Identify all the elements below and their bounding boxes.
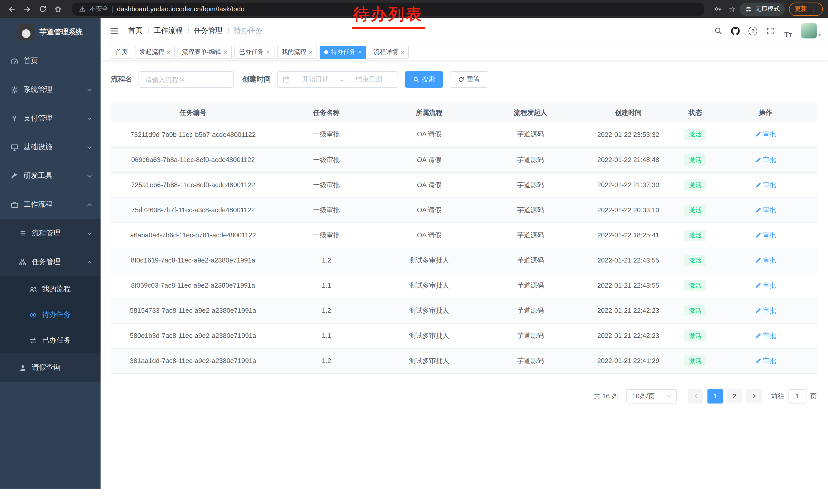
breadcrumb-separator: / — [227, 27, 229, 35]
approve-link[interactable]: 审批 — [755, 306, 776, 315]
reload-button[interactable] — [36, 2, 49, 16]
sidebar-item-devtools[interactable]: 研发工具 — [0, 162, 100, 190]
cell-task-id: 381aa1dd-7ac8-11ec-a9e2-a2380e71991a — [111, 348, 275, 373]
goto-page-input[interactable] — [788, 389, 806, 403]
breadcrumb: 首页 / 工作流程 / 任务管理 / 待办任务 — [128, 26, 262, 35]
cell-created: 2022-01-22 18:25:41 — [580, 223, 676, 248]
status-badge: 激活 — [685, 154, 706, 165]
cell-process: OA 请假 — [378, 147, 481, 172]
sidebar-item-payment[interactable]: ¥ 支付管理 — [0, 104, 100, 133]
chevron-up-icon — [87, 259, 92, 265]
logo-avatar — [18, 24, 34, 41]
page-size-select[interactable]: 10条/页 — [626, 389, 677, 403]
update-button[interactable]: 更新 ⋮ — [789, 2, 823, 16]
page-button-2[interactable]: 2 — [727, 389, 742, 403]
address-bar[interactable]: 不安全 dashboard.yudao.iocoder.cn/bpm/task/… — [72, 2, 704, 16]
prev-page-button[interactable] — [688, 389, 703, 403]
cell-task-name: 1.2 — [275, 298, 378, 323]
table-header-row: 任务编号 任务名称 所属流程 流程发起人 创建时间 状态 操作 — [111, 103, 817, 122]
todo-task-table: 任务编号 任务名称 所属流程 流程发起人 创建时间 状态 操作 73211d9d… — [111, 103, 817, 373]
approve-link[interactable]: 审批 — [755, 180, 776, 189]
next-page-button[interactable] — [746, 389, 762, 403]
breadcrumb-separator: / — [147, 27, 149, 35]
cell-created: 2022-01-21 22:43:55 — [580, 248, 676, 273]
list-icon — [18, 229, 27, 237]
close-icon[interactable]: × — [358, 49, 362, 55]
approve-link[interactable]: 审批 — [755, 356, 776, 365]
cell-process: 测试多审批人 — [378, 348, 481, 373]
sidebar-item-todo-tasks[interactable]: 待办任务 — [0, 302, 100, 328]
tab-home[interactable]: 首页 — [111, 45, 132, 59]
cell-task-name: 一级审批 — [275, 147, 378, 172]
sidebar-item-task-mgmt[interactable]: 任务管理 — [0, 248, 100, 276]
github-icon[interactable] — [729, 24, 743, 38]
screen: 不安全 dashboard.yudao.iocoder.cn/bpm/task/… — [0, 0, 828, 504]
sidebar-item-home[interactable]: 首页 — [0, 47, 100, 75]
cell-task-id: 73211d9d-7b9b-11ec-b5b7-acde48001122 — [111, 122, 275, 147]
approve-link[interactable]: 审批 — [755, 155, 776, 164]
user-menu[interactable]: ▾ — [801, 23, 821, 39]
caret-down-icon: ▾ — [818, 32, 821, 39]
breadcrumb-workflow[interactable]: 工作流程 — [154, 26, 182, 35]
chevron-down-icon — [87, 230, 92, 236]
cell-actions: 审批 — [714, 147, 817, 172]
reset-button[interactable]: 重置 — [450, 71, 488, 88]
bookmark-star-icon[interactable]: ☆ — [729, 4, 736, 13]
approve-link[interactable]: 审批 — [755, 256, 776, 265]
tab-done-tasks[interactable]: 已办任务 × — [235, 45, 275, 59]
sidebar-item-infrastructure[interactable]: 基础设施 — [0, 133, 100, 162]
tab-form-edit[interactable]: 流程表单-编辑 × — [177, 45, 232, 59]
page-button-1[interactable]: 1 — [707, 389, 723, 403]
tab-my-process[interactable]: 我的流程 × — [277, 45, 317, 59]
home-button[interactable] — [51, 2, 65, 16]
approve-link[interactable]: 审批 — [755, 281, 776, 290]
close-icon[interactable]: × — [167, 49, 170, 55]
approve-link[interactable]: 审批 — [755, 205, 776, 215]
close-icon[interactable]: × — [309, 49, 313, 55]
back-button[interactable] — [5, 2, 18, 16]
date-range-picker[interactable]: 开始日期 - 结束日期 — [277, 71, 398, 88]
search-icon[interactable] — [711, 24, 726, 38]
cell-initiator: 芋道源码 — [481, 273, 580, 298]
wrench-icon — [10, 172, 18, 180]
logo[interactable]: 芋道管理系统 — [0, 18, 100, 47]
sidebar-item-leave-query[interactable]: 请假查询 — [0, 353, 100, 382]
sidebar-item-process-mgmt[interactable]: 流程管理 — [0, 219, 100, 248]
incognito-label: 无痕模式 — [755, 5, 780, 13]
close-icon[interactable]: × — [224, 49, 227, 55]
sidebar-item-my-process[interactable]: 我的流程 — [0, 276, 100, 302]
approve-link[interactable]: 审批 — [755, 230, 776, 240]
browser-toolbar: 不安全 dashboard.yudao.iocoder.cn/bpm/task/… — [0, 0, 828, 18]
sidebar-item-workflow[interactable]: 工作流程 — [0, 190, 100, 219]
tab-start-process[interactable]: 发起流程 × — [135, 45, 175, 59]
fullscreen-icon[interactable] — [763, 24, 778, 38]
close-icon[interactable]: × — [266, 49, 270, 55]
cell-initiator: 芋道源码 — [481, 248, 580, 273]
breadcrumb-task-mgmt[interactable]: 任务管理 — [194, 26, 223, 35]
key-icon[interactable] — [711, 2, 724, 16]
page-content: 流程名 创建时间 开始日期 - 结束日期 搜索 — [100, 61, 828, 489]
approve-link[interactable]: 审批 — [755, 130, 776, 139]
tab-todo-tasks[interactable]: 待办任务 × — [320, 45, 366, 59]
chevron-down-icon — [87, 173, 92, 179]
cell-process: 测试多审批人 — [378, 298, 481, 323]
cell-initiator: 芋道源码 — [481, 298, 580, 323]
cell-task-name: 1.2 — [275, 348, 378, 373]
close-icon[interactable]: × — [401, 49, 404, 55]
search-button[interactable]: 搜索 — [405, 71, 443, 88]
font-size-icon[interactable]: TT — [781, 24, 795, 38]
approve-link[interactable]: 审批 — [755, 331, 776, 340]
sidebar-item-system[interactable]: 系统管理 — [0, 75, 100, 104]
sidebar-item-done-tasks[interactable]: 已办任务 — [0, 328, 100, 353]
cell-process: 测试多审批人 — [378, 323, 481, 348]
user-icon — [18, 364, 27, 372]
avatar[interactable] — [801, 23, 817, 39]
tab-process-detail[interactable]: 流程详情 × — [369, 45, 409, 59]
sidebar-toggle-icon[interactable] — [107, 24, 121, 38]
help-icon[interactable]: ? — [746, 24, 760, 38]
forward-button[interactable] — [20, 2, 34, 16]
breadcrumb-home[interactable]: 首页 — [128, 26, 142, 35]
browser-menu-icon[interactable]: ⋮ — [811, 5, 817, 13]
process-name-input[interactable] — [138, 71, 234, 88]
cell-status: 激活 — [676, 298, 714, 323]
